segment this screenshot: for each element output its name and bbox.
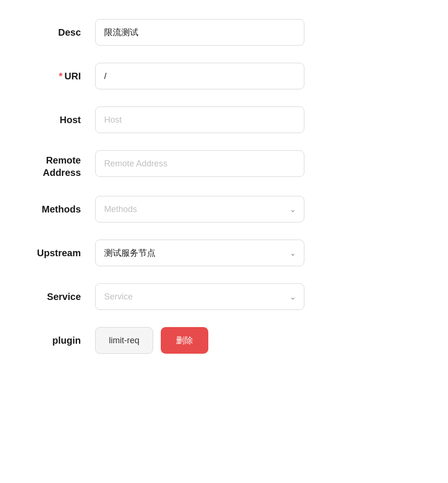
plugin-name-button[interactable]: limit-req	[95, 327, 153, 354]
required-star: *	[59, 71, 63, 81]
host-input[interactable]	[95, 106, 304, 133]
remote-address-label: Remote Address	[19, 150, 95, 179]
methods-row: Methods Methods GET POST PUT DELETE PATC…	[19, 196, 429, 222]
plugin-label: plugin	[19, 335, 95, 346]
desc-row: Desc	[19, 19, 429, 46]
service-label: Service	[19, 290, 95, 303]
upstream-select-wrapper: 测试服务节点 ⌄	[95, 240, 304, 266]
uri-row: *URI	[19, 63, 429, 89]
remote-address-row: Remote Address	[19, 150, 429, 179]
upstream-select[interactable]: 测试服务节点	[95, 240, 304, 266]
methods-label: Methods	[19, 203, 95, 215]
delete-button[interactable]: 删除	[161, 327, 208, 354]
methods-select[interactable]: Methods GET POST PUT DELETE PATCH HEAD O…	[95, 196, 304, 222]
uri-input[interactable]	[95, 63, 304, 89]
upstream-row: Upstream 测试服务节点 ⌄	[19, 240, 429, 266]
upstream-label: Upstream	[19, 247, 95, 259]
remote-address-input[interactable]	[95, 150, 304, 177]
uri-label: *URI	[19, 70, 95, 82]
methods-select-wrapper: Methods GET POST PUT DELETE PATCH HEAD O…	[95, 196, 304, 222]
plugin-buttons: limit-req 删除	[95, 327, 208, 354]
desc-label: Desc	[19, 26, 95, 39]
service-row: Service Service ⌄	[19, 283, 429, 310]
desc-input[interactable]	[95, 19, 304, 46]
host-label: Host	[19, 114, 95, 126]
service-select[interactable]: Service	[95, 283, 304, 310]
plugin-row: plugin limit-req 删除	[19, 327, 429, 354]
service-select-wrapper: Service ⌄	[95, 283, 304, 310]
host-row: Host	[19, 106, 429, 133]
form-container: Desc *URI Host Remote Address Methods Me…	[0, 10, 448, 380]
